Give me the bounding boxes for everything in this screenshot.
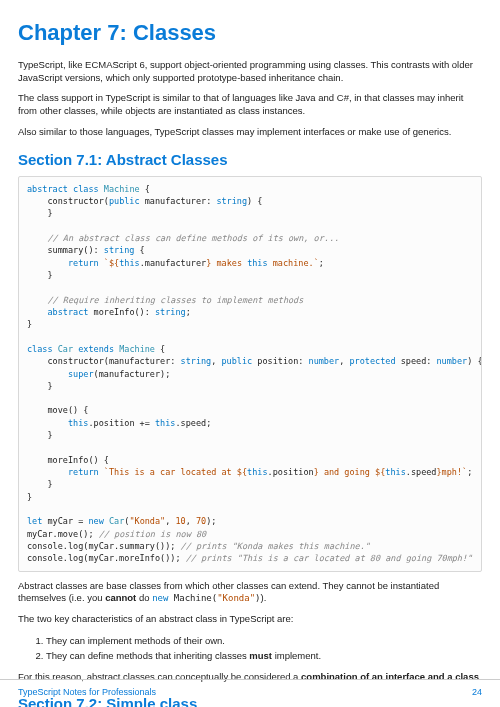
paragraph: Abstract classes are base classes from w… <box>18 580 482 606</box>
paragraph: The class support in TypeScript is simil… <box>18 92 482 118</box>
list-item: They can define methods that inheriting … <box>46 649 482 662</box>
code-block-abstract: abstract class Machine { constructor(pub… <box>18 176 482 572</box>
page-number: 24 <box>472 686 482 699</box>
paragraph: Also similar to those languages, TypeScr… <box>18 126 482 139</box>
list-item: They can implement methods of their own. <box>46 634 482 647</box>
characteristics-list: They can implement methods of their own.… <box>46 634 482 663</box>
paragraph: The two key characteristics of an abstra… <box>18 613 482 626</box>
paragraph: TypeScript, like ECMAScript 6, support o… <box>18 59 482 85</box>
chapter-title: Chapter 7: Classes <box>18 18 482 49</box>
section-title: Section 7.1: Abstract Classes <box>18 149 482 170</box>
footer-text: TypeScript Notes for Professionals <box>18 686 156 699</box>
